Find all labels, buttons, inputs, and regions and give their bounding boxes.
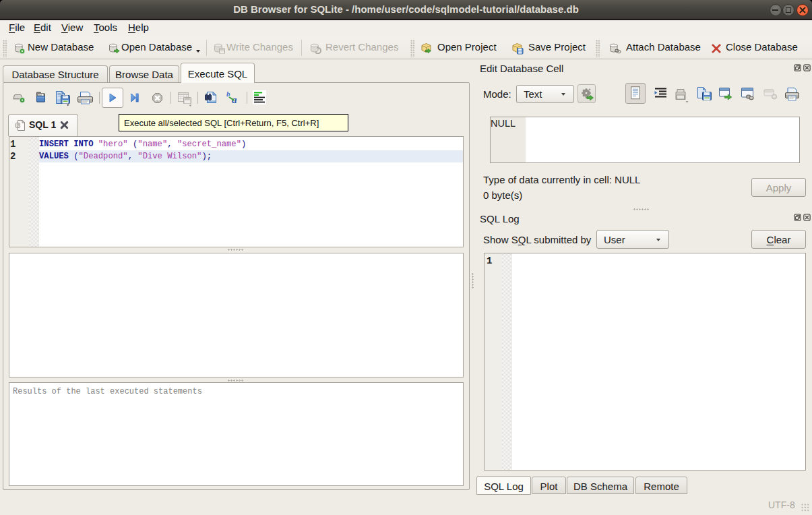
svg-text:b: b: [226, 90, 230, 98]
